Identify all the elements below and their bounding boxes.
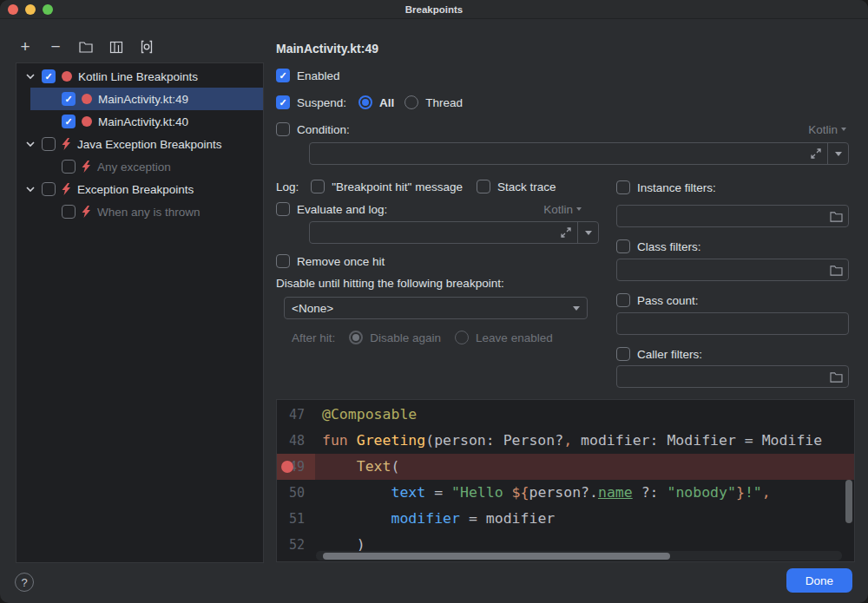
instance-filters-checkbox[interactable]: Instance filters: [616, 180, 716, 195]
chevron-down-icon[interactable] [25, 141, 36, 147]
breakpoint-group[interactable]: Java Exception Breakpoints [16, 133, 263, 155]
evaluate-log-checkbox[interactable]: Evaluate and log: [276, 201, 387, 217]
code-editor[interactable]: 47@Composable48fun Greeting(person: Pers… [276, 399, 855, 562]
condition-field[interactable] [309, 142, 849, 165]
breakpoint-item[interactable]: Any exception [16, 155, 263, 178]
horizontal-scrollbar[interactable] [316, 551, 842, 560]
browse-folder-icon[interactable] [824, 206, 848, 226]
stack-trace-checkbox[interactable]: Stack trace [477, 180, 556, 193]
breakpoint-enabled-checkbox[interactable] [62, 92, 76, 106]
breakpoint-icon [62, 71, 72, 82]
caller-filters-input[interactable] [617, 366, 824, 387]
condition-dropdown-button[interactable] [827, 143, 848, 164]
leave-enabled-radio[interactable]: Leave enabled [455, 331, 553, 344]
code-line: 47@Composable [277, 402, 854, 428]
gutter-line-number[interactable]: 50 [277, 480, 315, 506]
disable-until-row: Disable until hitting the following brea… [276, 275, 504, 291]
vertical-scrollbar-thumb[interactable] [845, 480, 852, 523]
code-line: 48fun Greeting(person: Person?, modifier… [277, 428, 854, 454]
checkbox-checked-icon [276, 95, 290, 109]
evaluate-input[interactable] [310, 222, 555, 243]
pass-count-field[interactable] [616, 312, 849, 335]
suspend-all-label: All [379, 96, 394, 109]
browse-folder-icon[interactable] [824, 259, 848, 280]
breakpoint-group[interactable]: Kotlin Line Breakpoints [16, 65, 263, 88]
horizontal-scrollbar-thumb[interactable] [323, 553, 670, 560]
exception-breakpoint-icon [62, 138, 71, 150]
folder-icon[interactable] [78, 39, 94, 55]
gutter-line-number[interactable]: 49 [277, 454, 315, 480]
plus-icon[interactable] [17, 39, 33, 55]
code-text: fun Greeting(person: Person?, modifier: … [315, 428, 822, 454]
breakpoint-enabled-checkbox[interactable] [42, 69, 56, 83]
class-filters-input[interactable] [617, 259, 824, 280]
exception-breakpoint-icon [82, 206, 91, 218]
evaluate-field-controls [555, 222, 598, 243]
chevron-down-icon[interactable] [25, 74, 36, 80]
code-text: @Composable [315, 402, 417, 428]
evaluate-field[interactable] [309, 221, 599, 244]
gutter-line-number[interactable]: 51 [277, 506, 315, 532]
chevron-down-icon[interactable] [25, 187, 36, 193]
disable-again-radio[interactable]: Disable again [349, 331, 441, 344]
remove-once-checkbox[interactable]: Remove once hit [276, 253, 385, 269]
target-icon[interactable] [139, 39, 155, 55]
checkbox-unchecked-icon [276, 202, 290, 216]
vertical-scrollbar[interactable] [844, 400, 854, 561]
disable-until-select[interactable]: <None> [284, 297, 588, 319]
group-by-icon[interactable] [108, 39, 124, 55]
condition-language-label: Kotlin [808, 123, 838, 136]
gutter-line-number[interactable]: 48 [277, 428, 315, 454]
evaluate-dropdown-button[interactable] [577, 222, 598, 243]
zoom-button[interactable] [43, 4, 53, 15]
enabled-checkbox[interactable]: Enabled [276, 68, 340, 83]
breakpoint-enabled-checkbox[interactable] [42, 137, 56, 151]
radio-selected-icon [358, 95, 372, 109]
breakpoint-enabled-checkbox[interactable] [42, 182, 56, 196]
instance-filters-input[interactable] [617, 206, 824, 226]
enabled-label: Enabled [297, 69, 340, 82]
evaluate-language-selector[interactable]: Kotlin [543, 201, 582, 217]
suspend-row: Suspend: All Thread [276, 95, 463, 110]
done-button[interactable]: Done [786, 568, 852, 593]
class-filters-checkbox[interactable]: Class filters: [616, 239, 701, 254]
pass-count-input[interactable] [617, 313, 848, 334]
gutter-line-number[interactable]: 52 [277, 532, 315, 558]
minus-icon[interactable] [48, 39, 63, 55]
breakpoint-item[interactable]: MainActivity.kt:40 [16, 110, 263, 133]
caller-filters-checkbox[interactable]: Caller filters: [616, 346, 702, 362]
breakpoint-enabled-checkbox[interactable] [62, 205, 76, 219]
caller-filters-field[interactable] [616, 365, 849, 388]
breakpoint-dot-icon[interactable] [281, 461, 293, 473]
after-hit-row: After hit: Disable again Leave enabled [292, 330, 553, 345]
exception-breakpoint-icon [62, 183, 71, 195]
suspend-thread-radio[interactable]: Thread [404, 95, 463, 109]
expand-editor-icon[interactable] [805, 143, 827, 164]
breakpoint-item[interactable]: MainActivity.kt:49 [16, 88, 263, 110]
instance-filters-field[interactable] [616, 205, 849, 227]
breakpoint-label: MainActivity.kt:40 [98, 115, 188, 128]
class-filters-field[interactable] [616, 259, 849, 281]
breakpoint-enabled-checkbox[interactable] [62, 160, 76, 174]
gutter-line-number[interactable]: 47 [277, 402, 315, 428]
help-button[interactable]: ? [15, 573, 34, 592]
checkbox-unchecked-icon [616, 293, 630, 307]
radio-unselected-icon [404, 95, 418, 109]
browse-folder-icon[interactable] [824, 366, 848, 387]
window-title: Breakpoints [405, 4, 463, 15]
pass-count-checkbox[interactable]: Pass count: [616, 292, 699, 308]
breakpoint-group[interactable]: Exception Breakpoints [16, 178, 263, 200]
breakpoint-enabled-checkbox[interactable] [62, 115, 76, 128]
log-message-checkbox[interactable]: "Breakpoint hit" message [311, 180, 463, 193]
minimize-button[interactable] [25, 4, 36, 15]
close-button[interactable] [8, 4, 18, 15]
breakpoint-item[interactable]: When any is thrown [16, 200, 263, 223]
suspend-all-radio[interactable]: All [358, 95, 394, 109]
suspend-checkbox[interactable]: Suspend: [276, 95, 346, 109]
condition-checkbox[interactable]: Condition: [276, 121, 350, 137]
breakpoints-tree[interactable]: Kotlin Line BreakpointsMainActivity.kt:4… [16, 62, 264, 563]
condition-input[interactable] [310, 143, 805, 164]
condition-language-selector[interactable]: Kotlin [808, 121, 846, 137]
expand-editor-icon[interactable] [555, 222, 577, 243]
breakpoint-label: Exception Breakpoints [77, 183, 194, 196]
